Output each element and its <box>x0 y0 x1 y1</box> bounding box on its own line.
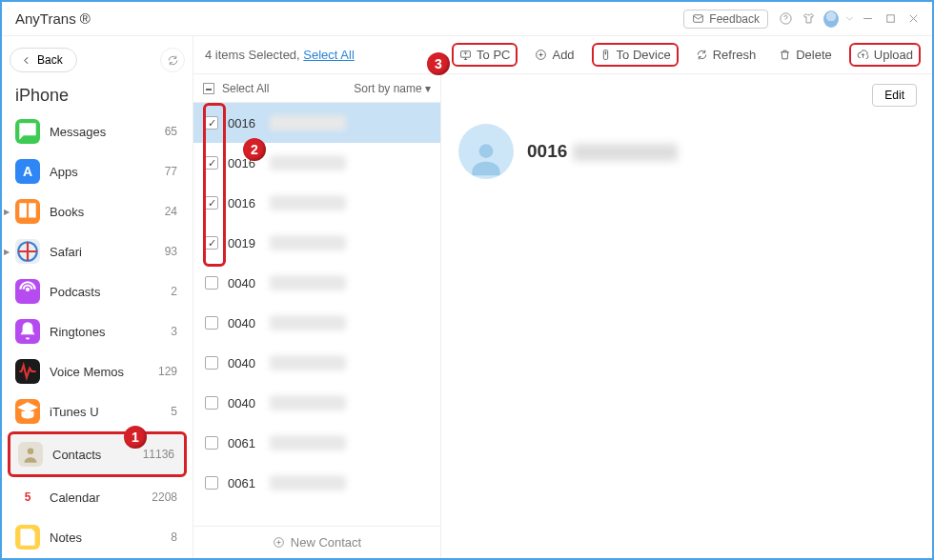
mail-icon <box>692 12 704 25</box>
to-pc-button[interactable]: To PC <box>452 43 518 67</box>
row-checkbox[interactable] <box>205 476 218 490</box>
back-button[interactable]: Back <box>10 48 77 72</box>
sidebar-item-messages[interactable]: Messages65 <box>8 111 187 151</box>
header-select-all[interactable]: Select All <box>222 82 269 95</box>
sidebar-item-count: 3 <box>171 325 177 338</box>
close-button[interactable] <box>902 8 924 30</box>
contact-row[interactable]: 0040 <box>193 383 440 423</box>
to-device-icon <box>599 49 612 61</box>
sidebar-item-podcasts[interactable]: Podcasts2 <box>8 271 187 311</box>
sidebar-item-label: Voice Memos <box>50 365 124 379</box>
sidebar-item-label: Ringtones <box>50 325 106 339</box>
row-checkbox[interactable] <box>205 356 218 370</box>
add-button[interactable]: Add <box>529 45 579 65</box>
redacted-text <box>270 475 346 490</box>
row-number: 0040 <box>228 276 260 290</box>
sidebar-item-label: Books <box>50 205 84 219</box>
new-contact-button[interactable]: New Contact <box>193 526 440 558</box>
redacted-text <box>270 235 346 250</box>
minimize-button[interactable] <box>856 8 879 30</box>
redacted-text <box>270 395 346 410</box>
cal-icon: 5 <box>15 485 40 510</box>
row-checkbox[interactable] <box>205 316 218 330</box>
contact-row[interactable]: 0061 <box>193 423 440 463</box>
grad-icon <box>15 399 40 424</box>
sidebar-item-count: 2 <box>171 285 177 298</box>
chevron-down-icon[interactable] <box>843 8 856 30</box>
redacted-text <box>270 275 346 290</box>
redacted-text <box>270 155 346 170</box>
contact-detail: Edit 0016 <box>441 74 932 558</box>
sidebar-item-voice-memos[interactable]: Voice Memos129 <box>8 351 187 391</box>
edit-button[interactable]: Edit <box>872 84 917 107</box>
sidebar-item-itunes-u[interactable]: iTunes U5 <box>8 391 187 431</box>
sidebar-item-label: Messages <box>50 125 106 139</box>
select-all-link[interactable]: Select All <box>303 48 354 62</box>
wave-icon <box>15 359 40 384</box>
sidebar-item-count: 77 <box>165 165 177 178</box>
sidebar-item-count: 2208 <box>152 490 177 504</box>
tri-state-checkbox[interactable] <box>203 83 214 94</box>
redacted-text <box>270 115 346 130</box>
redacted-text <box>270 195 346 210</box>
contact-row[interactable]: ✓0016 <box>193 143 440 183</box>
contact-row[interactable]: 0040 <box>193 343 440 383</box>
sidebar-item-count: 93 <box>165 245 177 258</box>
to-device-button[interactable]: To Device <box>592 43 679 67</box>
sort-dropdown[interactable]: Sort by name ▾ <box>354 82 431 95</box>
row-number: 0016 <box>228 116 260 130</box>
sidebar-item-ringtones[interactable]: Ringtones3 <box>8 311 187 351</box>
row-number: 0019 <box>228 236 260 250</box>
refresh-icon <box>696 49 708 61</box>
redacted-text <box>573 144 678 161</box>
cloud-upload-icon <box>857 49 869 61</box>
contact-row[interactable]: ✓0016 <box>193 103 440 143</box>
row-checkbox[interactable] <box>205 276 218 290</box>
sidebar-item-count: 11136 <box>143 448 174 461</box>
row-checkbox[interactable]: ✓ <box>205 196 218 210</box>
row-checkbox[interactable]: ✓ <box>205 156 218 170</box>
contact-row[interactable]: ✓0019 <box>193 223 440 263</box>
contact-row[interactable]: 0061 <box>193 463 440 503</box>
note-icon <box>15 525 40 550</box>
maximize-button[interactable] <box>879 8 902 30</box>
back-label: Back <box>37 53 63 67</box>
svg-rect-0 <box>694 15 703 23</box>
titlebar: AnyTrans ® Feedback <box>2 2 932 36</box>
sidebar-item-calendar[interactable]: 5Calendar2208 <box>8 477 187 517</box>
sidebar-item-books[interactable]: Books24 <box>8 191 187 231</box>
contact-list: Select All Sort by name ▾ ✓0016✓0016✓001… <box>193 74 441 558</box>
contact-row[interactable]: 0040 <box>193 303 440 343</box>
contact-row[interactable]: ✓0016 <box>193 183 440 223</box>
plus-circle-icon <box>273 536 285 549</box>
row-checkbox[interactable]: ✓ <box>205 116 218 130</box>
to-pc-icon <box>459 49 472 61</box>
row-checkbox[interactable] <box>205 396 218 410</box>
selection-summary: 4 items Selected, Select All <box>205 48 355 62</box>
content: 4 items Selected, Select All To PC Add T… <box>193 36 932 558</box>
row-checkbox[interactable] <box>205 436 218 450</box>
contact-avatar <box>458 124 514 179</box>
feedback-button[interactable]: Feedback <box>683 10 768 29</box>
upload-button[interactable]: Upload <box>849 43 921 67</box>
A-icon: A <box>15 159 40 184</box>
refresh-icon <box>167 54 179 67</box>
refresh-button[interactable]: Refresh <box>690 45 762 65</box>
user-avatar[interactable] <box>820 8 843 30</box>
device-title: iPhone <box>8 78 187 111</box>
sidebar-item-notes[interactable]: Notes8 <box>8 517 187 557</box>
row-number: 0040 <box>228 356 260 370</box>
sidebar-refresh-button[interactable] <box>160 48 185 72</box>
sidebar-item-apps[interactable]: AApps77 <box>8 151 187 191</box>
help-icon[interactable] <box>774 8 797 30</box>
tshirt-icon[interactable] <box>797 8 820 30</box>
sidebar-item-contacts[interactable]: Contacts11136 <box>8 431 187 477</box>
delete-button[interactable]: Delete <box>773 45 838 65</box>
contact-row[interactable]: 0040 <box>193 263 440 303</box>
bell-icon <box>15 319 40 344</box>
row-checkbox[interactable]: ✓ <box>205 236 218 250</box>
sidebar-item-count: 8 <box>171 530 177 544</box>
row-number: 0040 <box>228 316 260 330</box>
toolbar: 4 items Selected, Select All To PC Add T… <box>193 36 932 74</box>
sidebar-item-safari[interactable]: Safari93 <box>8 231 187 271</box>
